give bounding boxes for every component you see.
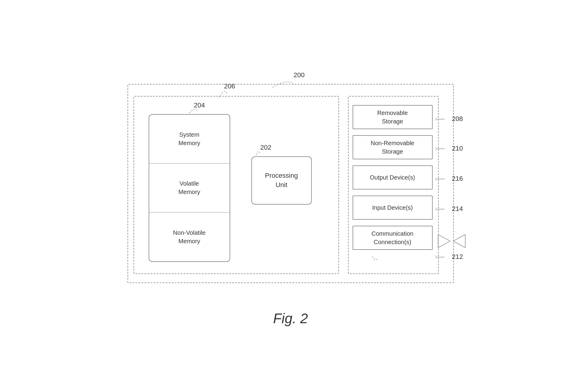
- label-204: 204: [194, 101, 205, 109]
- label-206: 206: [224, 82, 235, 90]
- label-210: 210: [436, 145, 463, 152]
- processing-unit-text: ProcessingUnit: [265, 171, 298, 190]
- non-removable-storage-box: Non-RemovableStorage: [353, 135, 433, 159]
- system-memory-label: SystemMemory: [149, 115, 230, 164]
- right-arrow-icon: [452, 232, 470, 250]
- diagram-area: 200 206 SystemMemory VolatileMemory Non-…: [124, 66, 457, 301]
- non-volatile-memory-label: Non-VolatileMemory: [149, 212, 230, 261]
- label-208: 208: [436, 115, 463, 123]
- removable-storage-box: RemovableStorage: [353, 105, 433, 129]
- svg-marker-8: [438, 234, 450, 248]
- communication-connections-box: CommunicationConnection(s): [353, 226, 433, 250]
- volatile-memory-label: VolatileMemory: [149, 164, 230, 212]
- input-devices-box: Input Device(s): [353, 196, 433, 220]
- communication-connections-text: CommunicationConnection(s): [372, 229, 414, 246]
- input-devices-text: Input Device(s): [372, 203, 413, 212]
- communication-arrows: [434, 232, 470, 250]
- label-200: 200: [294, 71, 305, 79]
- box-204: SystemMemory VolatileMemory Non-Volatile…: [149, 114, 230, 262]
- svg-marker-9: [453, 234, 465, 248]
- output-devices-box: Output Device(s): [353, 165, 433, 190]
- label-212: 212: [436, 253, 463, 261]
- box-202: ProcessingUnit: [251, 156, 312, 205]
- label-202: 202: [260, 144, 272, 151]
- removable-storage-text: RemovableStorage: [377, 109, 408, 126]
- output-devices-text: Output Device(s): [370, 173, 415, 182]
- label-216: 216: [436, 175, 463, 183]
- left-arrow-icon: [434, 232, 452, 250]
- diagram-wrapper: 200 206 SystemMemory VolatileMemory Non-…: [124, 66, 457, 327]
- label-214: 214: [436, 205, 463, 213]
- non-removable-storage-text: Non-RemovableStorage: [371, 139, 415, 156]
- fig-caption: Fig. 2: [273, 310, 308, 327]
